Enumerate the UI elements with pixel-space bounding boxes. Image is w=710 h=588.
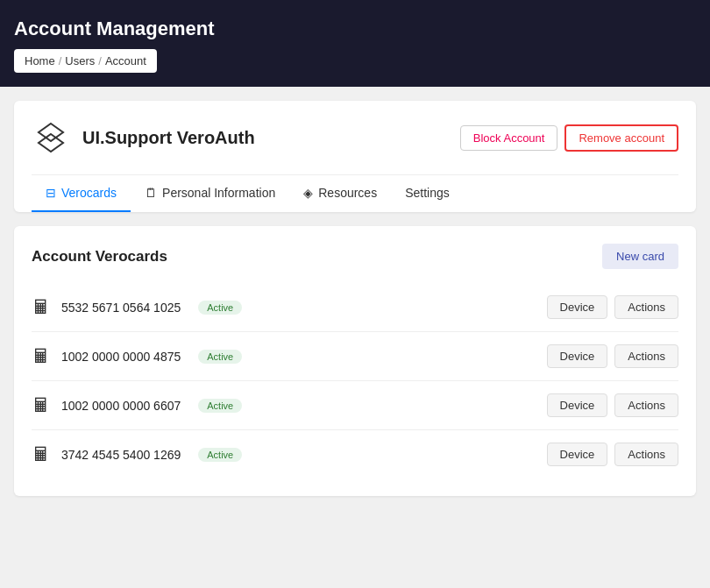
card-row: 🖩 3742 4545 5400 1269 Active Device Acti… [32,430,678,478]
page-header: Account Management Home / Users / Accoun… [0,0,710,87]
tab-settings[interactable]: Settings [391,175,464,212]
card-row: 🖩 1002 0000 0000 4875 Active Device Acti… [32,332,678,381]
account-card: UI.Support VeroAuth Block Account Remove… [14,101,696,212]
resources-tab-icon: ◈ [303,186,313,200]
card-list: 🖩 5532 5671 0564 1025 Active Device Acti… [32,283,678,478]
actions-button-2[interactable]: Actions [614,393,678,417]
tab-settings-label: Settings [405,186,450,200]
svg-marker-1 [39,134,63,152]
card-status-badge-0: Active [198,301,242,315]
actions-button-3[interactable]: Actions [614,443,678,466]
new-card-button[interactable]: New card [602,244,678,269]
remove-account-button[interactable]: Remove account [564,124,678,152]
account-actions: Block Account Remove account [460,124,678,152]
breadcrumb-sep2: / [98,54,102,67]
block-account-button[interactable]: Block Account [460,125,558,151]
breadcrumb-users[interactable]: Users [65,54,95,67]
account-logo [32,118,70,157]
verocards-tab-icon: ⊟ [46,186,56,200]
card-status-badge-1: Active [198,350,242,364]
breadcrumb-home[interactable]: Home [25,54,55,67]
verocards-header: Account Verocards New card [32,244,678,269]
svg-marker-0 [39,124,63,141]
personal-info-tab-icon: 🗒 [145,186,157,200]
verocards-section: Account Verocards New card 🖩 5532 5671 0… [14,226,696,496]
account-info: UI.Support VeroAuth [32,118,255,157]
card-icon-3: 🖩 [32,443,51,466]
card-status-badge-2: Active [198,399,242,413]
brand-icon [32,118,70,157]
card-row: 🖩 1002 0000 0000 6607 Active Device Acti… [32,381,678,430]
tab-verocards[interactable]: ⊟ Verocards [32,175,131,212]
card-left-1: 🖩 1002 0000 0000 4875 Active [32,345,242,368]
breadcrumb: Home / Users / Account [14,49,157,73]
device-button-2[interactable]: Device [547,393,608,417]
device-button-0[interactable]: Device [547,295,608,319]
card-number-2: 1002 0000 0000 6607 [61,399,181,413]
card-row: 🖩 5532 5671 0564 1025 Active Device Acti… [32,283,678,332]
card-status-badge-3: Active [198,448,242,462]
card-right-2: Device Actions [547,393,678,417]
card-right-0: Device Actions [547,295,678,319]
card-left-2: 🖩 1002 0000 0000 6607 Active [32,394,242,417]
card-left-3: 🖩 3742 4545 5400 1269 Active [32,443,242,466]
main-content: UI.Support VeroAuth Block Account Remove… [0,87,710,510]
card-right-1: Device Actions [547,344,678,368]
card-icon-0: 🖩 [32,296,51,319]
card-icon-1: 🖩 [32,345,51,368]
card-left-0: 🖩 5532 5671 0564 1025 Active [32,296,242,319]
card-right-3: Device Actions [547,443,678,466]
card-number-3: 3742 4545 5400 1269 [61,448,181,462]
card-number-1: 1002 0000 0000 4875 [61,350,181,364]
breadcrumb-sep1: / [59,54,62,67]
tab-verocards-label: Verocards [61,186,117,200]
actions-button-0[interactable]: Actions [614,295,678,319]
card-number-0: 5532 5671 0564 1025 [61,301,181,315]
device-button-3[interactable]: Device [547,443,608,466]
verocards-section-title: Account Verocards [32,248,167,266]
card-icon-2: 🖩 [32,394,51,417]
account-tabs: ⊟ Verocards 🗒 Personal Information ◈ Res… [32,174,678,212]
actions-button-1[interactable]: Actions [614,344,678,368]
tab-resources[interactable]: ◈ Resources [289,175,391,212]
breadcrumb-account[interactable]: Account [105,54,146,67]
account-header: UI.Support VeroAuth Block Account Remove… [32,118,678,157]
page-title: Account Management [14,18,696,40]
account-name: UI.Support VeroAuth [82,128,255,148]
tab-personal-information-label: Personal Information [162,186,275,200]
tab-personal-information[interactable]: 🗒 Personal Information [131,175,289,212]
tab-resources-label: Resources [318,186,377,200]
device-button-1[interactable]: Device [547,344,608,368]
